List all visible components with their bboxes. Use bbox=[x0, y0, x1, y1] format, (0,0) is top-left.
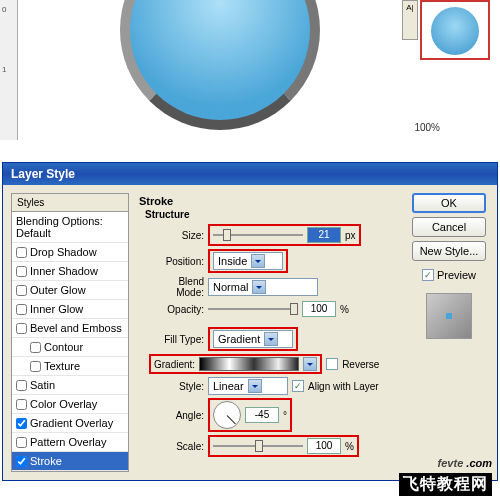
blend-mode-label: Blend Mode: bbox=[149, 276, 204, 298]
style-drop-shadow[interactable]: Drop Shadow bbox=[12, 243, 128, 262]
pct-unit: % bbox=[345, 441, 354, 452]
style-satin[interactable]: Satin bbox=[12, 376, 128, 395]
style-label: Gradient Overlay bbox=[30, 417, 113, 429]
gradient-style-dropdown[interactable]: Linear bbox=[208, 377, 288, 395]
size-highlight: 21 px bbox=[208, 224, 361, 246]
checkbox[interactable] bbox=[16, 437, 27, 448]
filltype-highlight: Gradient bbox=[208, 327, 298, 351]
watermark-domain: .com bbox=[463, 457, 492, 469]
style-label: Satin bbox=[30, 379, 55, 391]
dropdown-value: Normal bbox=[213, 281, 248, 293]
styles-list-panel: Styles Blending Options: Default Drop Sh… bbox=[11, 193, 129, 472]
style-pattern-overlay[interactable]: Pattern Overlay bbox=[12, 433, 128, 452]
style-label: Drop Shadow bbox=[30, 246, 97, 258]
style-label: Inner Glow bbox=[30, 303, 83, 315]
px-unit: px bbox=[345, 230, 356, 241]
watermark-brand: fevte bbox=[438, 457, 464, 469]
blend-mode-dropdown[interactable]: Normal bbox=[208, 278, 318, 296]
checkbox[interactable] bbox=[16, 304, 27, 315]
blending-options-row[interactable]: Blending Options: Default bbox=[12, 212, 128, 243]
size-label: Size: bbox=[149, 230, 204, 241]
style-label: Outer Glow bbox=[30, 284, 86, 296]
style-inner-shadow[interactable]: Inner Shadow bbox=[12, 262, 128, 281]
checkbox[interactable] bbox=[16, 456, 27, 467]
scale-label: Scale: bbox=[149, 441, 204, 452]
reverse-label: Reverse bbox=[342, 359, 379, 370]
style-texture[interactable]: Texture bbox=[12, 357, 128, 376]
style-inner-glow[interactable]: Inner Glow bbox=[12, 300, 128, 319]
dropdown-value: Gradient bbox=[218, 333, 260, 345]
gradient-preview[interactable] bbox=[199, 357, 299, 371]
dropdown-value: Inside bbox=[218, 255, 247, 267]
preview-checkbox[interactable]: ✓ bbox=[422, 269, 434, 281]
angle-dial[interactable] bbox=[213, 401, 241, 429]
ruler-tick: 0 bbox=[2, 5, 6, 14]
checkbox[interactable] bbox=[30, 361, 41, 372]
checkbox[interactable] bbox=[16, 285, 27, 296]
style-label: Contour bbox=[44, 341, 83, 353]
style-label: Color Overlay bbox=[30, 398, 97, 410]
style-bevel-emboss[interactable]: Bevel and Emboss bbox=[12, 319, 128, 338]
position-highlight: Inside bbox=[208, 249, 288, 273]
style-color-overlay[interactable]: Color Overlay bbox=[12, 395, 128, 414]
style-preview-swatch bbox=[426, 293, 472, 339]
checkbox[interactable] bbox=[16, 380, 27, 391]
scale-slider[interactable] bbox=[213, 438, 303, 454]
filltype-label: Fill Type: bbox=[149, 334, 204, 345]
angle-input[interactable]: -45 bbox=[245, 407, 279, 423]
checkbox[interactable] bbox=[30, 342, 41, 353]
scale-input[interactable]: 100 bbox=[307, 438, 341, 454]
style-gradient-overlay[interactable]: Gradient Overlay bbox=[12, 414, 128, 433]
style-label: Texture bbox=[44, 360, 80, 372]
canvas-circle-shape[interactable] bbox=[120, 0, 320, 130]
new-style-button[interactable]: New Style... bbox=[412, 241, 486, 261]
gradient-highlight: Gradient: bbox=[149, 354, 322, 374]
zoom-level[interactable]: 100% bbox=[414, 122, 440, 133]
chevron-down-icon[interactable] bbox=[303, 357, 317, 371]
style-label: Bevel and Emboss bbox=[30, 322, 122, 334]
structure-subtitle: Structure bbox=[145, 209, 399, 220]
checkbox[interactable] bbox=[16, 418, 27, 429]
checkbox[interactable] bbox=[16, 247, 27, 258]
stroke-group-title: Stroke bbox=[139, 195, 399, 207]
style-outer-glow[interactable]: Outer Glow bbox=[12, 281, 128, 300]
stroke-settings-panel: Stroke Structure Size: 21 px Position: I… bbox=[135, 193, 403, 472]
style-label: Inner Shadow bbox=[30, 265, 98, 277]
pct-unit: % bbox=[340, 304, 349, 315]
opacity-label: Opacity: bbox=[149, 304, 204, 315]
checkbox[interactable] bbox=[16, 323, 27, 334]
degree-unit: ° bbox=[283, 410, 287, 421]
filltype-dropdown[interactable]: Gradient bbox=[213, 330, 293, 348]
vertical-ruler: 0 1 bbox=[0, 0, 18, 140]
dropdown-value: Linear bbox=[213, 380, 244, 392]
navigator-thumbnail bbox=[431, 7, 479, 55]
reverse-checkbox[interactable] bbox=[326, 358, 338, 370]
dialog-titlebar[interactable]: Layer Style bbox=[3, 163, 497, 185]
position-dropdown[interactable]: Inside bbox=[213, 252, 283, 270]
style-stroke[interactable]: Stroke bbox=[12, 452, 128, 471]
cancel-button[interactable]: Cancel bbox=[412, 217, 486, 237]
angle-highlight: -45 ° bbox=[208, 398, 292, 432]
preview-toggle[interactable]: ✓ Preview bbox=[422, 269, 476, 281]
ok-button[interactable]: OK bbox=[412, 193, 486, 213]
chevron-down-icon[interactable] bbox=[252, 280, 266, 294]
style-contour[interactable]: Contour bbox=[12, 338, 128, 357]
watermark: fevte .com 飞特教程网 bbox=[399, 447, 492, 496]
size-input[interactable]: 21 bbox=[307, 227, 341, 243]
size-slider[interactable] bbox=[213, 227, 303, 243]
opacity-slider[interactable] bbox=[208, 301, 298, 317]
checkbox[interactable] bbox=[16, 266, 27, 277]
checkbox[interactable] bbox=[16, 399, 27, 410]
chevron-down-icon[interactable] bbox=[248, 379, 262, 393]
align-checkbox[interactable]: ✓ bbox=[292, 380, 304, 392]
angle-label: Angle: bbox=[149, 410, 204, 421]
tool-palette[interactable]: A| bbox=[402, 0, 418, 40]
style-label: Stroke bbox=[30, 455, 62, 467]
style-label: Style: bbox=[149, 381, 204, 392]
opacity-input[interactable]: 100 bbox=[302, 301, 336, 317]
styles-header[interactable]: Styles bbox=[12, 194, 128, 212]
chevron-down-icon[interactable] bbox=[264, 332, 278, 346]
layer-style-dialog: Layer Style Styles Blending Options: Def… bbox=[2, 162, 498, 481]
navigator-preview[interactable] bbox=[420, 0, 490, 60]
chevron-down-icon[interactable] bbox=[251, 254, 265, 268]
